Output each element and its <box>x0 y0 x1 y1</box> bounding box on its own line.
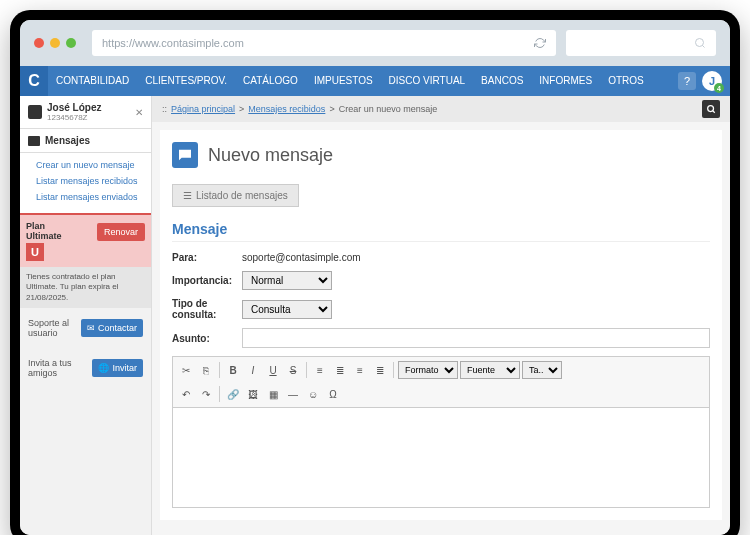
link-create-message[interactable]: Crear un nuevo mensaje <box>36 157 143 173</box>
breadcrumb: :: Página principal > Mensajes recibidos… <box>152 96 730 122</box>
editor-toolbar: ✂ ⎘ B I U S ≡ ≣ ≡ ≣ Formato Fuente Ta... <box>172 356 710 408</box>
avatar-badge: 4 <box>714 83 724 93</box>
plan-note: Tienes contratado el plan Ultimate. Tu p… <box>20 267 151 308</box>
list-icon: ☰ <box>183 190 192 201</box>
invite-label: Invita a tus amigos <box>28 358 86 378</box>
support-label: Soporte al usuario <box>28 318 75 338</box>
subject-input[interactable] <box>242 328 710 348</box>
char-icon[interactable]: Ω <box>324 385 342 403</box>
strike-icon[interactable]: S <box>284 361 302 379</box>
nav-clientes[interactable]: CLIENTES/PROV. <box>137 66 235 96</box>
to-value: soporte@contasimple.com <box>242 252 361 263</box>
font-select[interactable]: Fuente <box>460 361 520 379</box>
link-icon[interactable]: 🔗 <box>224 385 242 403</box>
undo-icon[interactable]: ↶ <box>177 385 195 403</box>
browser-search[interactable] <box>566 30 716 56</box>
list-messages-button[interactable]: ☰ Listado de mensajes <box>172 184 299 207</box>
nav-informes[interactable]: INFORMES <box>531 66 600 96</box>
support-action: Soporte al usuario ✉ Contactar <box>20 308 151 348</box>
link-list-received[interactable]: Listar mensajes recibidos <box>36 173 143 189</box>
crumb-sep2: > <box>329 104 334 114</box>
nav-disco[interactable]: DISCO VIRTUAL <box>381 66 474 96</box>
size-select[interactable]: Ta... <box>522 361 562 379</box>
renew-button[interactable]: Renovar <box>97 223 145 241</box>
section-title: Mensaje <box>172 221 710 242</box>
close-window-icon[interactable] <box>34 38 44 48</box>
form-section: Mensaje Para: soporte@contasimple.com Im… <box>172 221 710 508</box>
subject-label: Asunto: <box>172 333 242 344</box>
crumb-current: Crear un nuevo mensaje <box>339 104 438 114</box>
importance-select[interactable]: Normal <box>242 271 332 290</box>
type-select[interactable]: Consulta <box>242 300 332 319</box>
contact-button[interactable]: ✉ Contactar <box>81 319 143 337</box>
nav-items: CONTABILIDAD CLIENTES/PROV. CATÁLOGO IMP… <box>48 66 678 96</box>
window-controls <box>34 38 76 48</box>
contact-button-label: Contactar <box>98 323 137 333</box>
minimize-window-icon[interactable] <box>50 38 60 48</box>
page-title: Nuevo mensaje <box>208 145 333 166</box>
content: Nuevo mensaje ☰ Listado de mensajes Mens… <box>160 130 722 520</box>
url-bar[interactable]: https://www.contasimple.com <box>92 30 556 56</box>
top-nav: C CONTABILIDAD CLIENTES/PROV. CATÁLOGO I… <box>20 66 730 96</box>
list-button-label: Listado de mensajes <box>196 190 288 201</box>
sidebar: José López 12345678Z ✕ Mensajes Crear un… <box>20 96 152 535</box>
hr-icon[interactable]: — <box>284 385 302 403</box>
format-select[interactable]: Formato <box>398 361 458 379</box>
svg-point-1 <box>708 106 714 112</box>
bold-icon[interactable]: B <box>224 361 242 379</box>
crumb-mid[interactable]: Mensajes recibidos <box>248 104 325 114</box>
plan-box: Plan Ultimate U Renovar <box>20 213 151 267</box>
table-icon[interactable]: ▦ <box>264 385 282 403</box>
browser-chrome: https://www.contasimple.com <box>20 20 730 66</box>
url-text: https://www.contasimple.com <box>102 37 244 49</box>
main-area: :: Página principal > Mensajes recibidos… <box>152 96 730 535</box>
user-avatar[interactable]: J 4 <box>702 71 722 91</box>
nav-impuestos[interactable]: IMPUESTOS <box>306 66 381 96</box>
globe-icon: 🌐 <box>98 363 109 373</box>
user-name: José López <box>47 102 101 113</box>
help-icon[interactable]: ? <box>678 72 696 90</box>
invite-button-label: Invitar <box>112 363 137 373</box>
maximize-window-icon[interactable] <box>66 38 76 48</box>
align-right-icon[interactable]: ≡ <box>351 361 369 379</box>
emoji-icon[interactable]: ☺ <box>304 385 322 403</box>
to-label: Para: <box>172 252 242 263</box>
refresh-icon[interactable] <box>534 37 546 49</box>
nav-contabilidad[interactable]: CONTABILIDAD <box>48 66 137 96</box>
app-logo[interactable]: C <box>20 66 48 96</box>
menu-links: Crear un nuevo mensaje Listar mensajes r… <box>20 153 151 213</box>
redo-icon[interactable]: ↷ <box>197 385 215 403</box>
image-icon[interactable]: 🖼 <box>244 385 262 403</box>
search-icon[interactable] <box>702 100 720 118</box>
align-center-icon[interactable]: ≣ <box>331 361 349 379</box>
svg-point-0 <box>696 39 704 47</box>
crumb-prefix: :: <box>162 104 167 114</box>
menu-section-label: Mensajes <box>45 135 90 146</box>
underline-icon[interactable]: U <box>264 361 282 379</box>
crumb-home[interactable]: Página principal <box>171 104 235 114</box>
editor-body[interactable] <box>172 408 710 508</box>
user-icon <box>28 105 42 119</box>
messages-icon <box>28 136 40 146</box>
copy-icon[interactable]: ⎘ <box>197 361 215 379</box>
invite-action: Invita a tus amigos 🌐 Invitar <box>20 348 151 388</box>
align-left-icon[interactable]: ≡ <box>311 361 329 379</box>
menu-section[interactable]: Mensajes <box>20 129 151 153</box>
collapse-icon[interactable]: ✕ <box>135 107 143 118</box>
user-id: 12345678Z <box>47 113 101 122</box>
nav-bancos[interactable]: BANCOS <box>473 66 531 96</box>
link-list-sent[interactable]: Listar mensajes enviados <box>36 189 143 205</box>
invite-button[interactable]: 🌐 Invitar <box>92 359 143 377</box>
align-justify-icon[interactable]: ≣ <box>371 361 389 379</box>
message-icon <box>172 142 198 168</box>
italic-icon[interactable]: I <box>244 361 262 379</box>
type-label: Tipo de consulta: <box>172 298 242 320</box>
importance-label: Importancia: <box>172 275 242 286</box>
cut-icon[interactable]: ✂ <box>177 361 195 379</box>
user-block[interactable]: José López 12345678Z ✕ <box>20 96 151 129</box>
crumb-sep1: > <box>239 104 244 114</box>
nav-catalogo[interactable]: CATÁLOGO <box>235 66 306 96</box>
nav-otros[interactable]: OTROS <box>600 66 652 96</box>
mail-icon: ✉ <box>87 323 95 333</box>
plan-badge: U <box>26 243 44 261</box>
